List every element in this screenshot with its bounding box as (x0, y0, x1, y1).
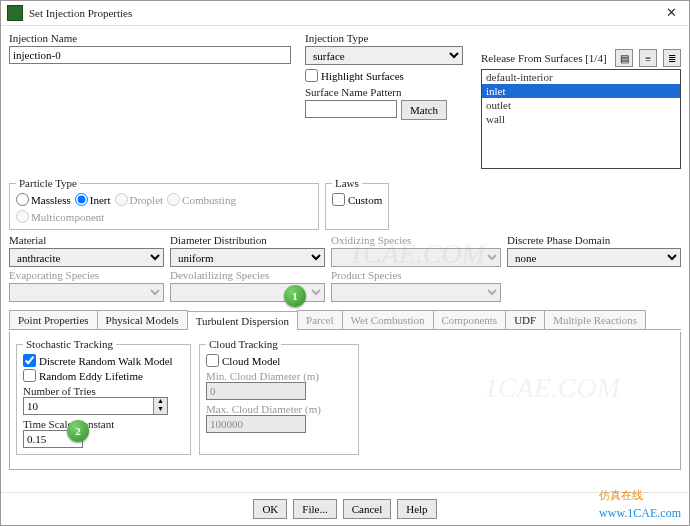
match-button[interactable]: Match (401, 100, 447, 120)
tab-body: Stochastic Tracking Discrete Random Walk… (9, 332, 681, 470)
tab-multiple-reactions: Multiple Reactions (544, 310, 646, 329)
dpd-select[interactable]: none (507, 248, 681, 267)
tries-label: Number of Tries (23, 385, 184, 397)
rel-checkbox[interactable] (23, 369, 36, 382)
drwm-checkbox[interactable] (23, 354, 36, 367)
cancel-button[interactable]: Cancel (343, 499, 392, 519)
cloud-model-check[interactable]: Cloud Model (206, 354, 352, 367)
custom-laws-check[interactable]: Custom (332, 193, 382, 206)
drwm-check[interactable]: Discrete Random Walk Model (23, 354, 184, 367)
list-item[interactable]: outlet (482, 98, 680, 112)
tab-udf[interactable]: UDF (505, 310, 545, 329)
radio-multicomponent: Multicomponent (16, 210, 104, 223)
radio-combusting: Combusting (167, 193, 236, 206)
oxid-label: Oxidizing Species (331, 234, 501, 246)
highlight-surfaces-check[interactable]: Highlight Surfaces (305, 69, 465, 82)
particle-type-legend: Particle Type (16, 177, 80, 189)
min-cloud-label: Min. Cloud Diameter (m) (206, 370, 352, 382)
radio-massless[interactable]: Massless (16, 193, 71, 206)
dialog: Set Injection Properties ✕ Injection Nam… (0, 0, 690, 526)
cloud-legend: Cloud Tracking (206, 338, 281, 350)
tabs: Point Properties Physical Models Turbule… (9, 310, 681, 330)
tab-components: Components (433, 310, 507, 329)
radio-droplet: Droplet (115, 193, 164, 206)
injection-type-select[interactable]: surface (305, 46, 463, 65)
particle-type-group: Particle Type Massless Inert Droplet Com… (9, 177, 319, 230)
diam-dist-label: Diameter Distribution (170, 234, 325, 246)
cloud-model-checkbox[interactable] (206, 354, 219, 367)
max-cloud-input (206, 415, 306, 433)
prod-label: Product Species (331, 269, 501, 281)
select-all-button[interactable]: ▤ (615, 49, 633, 67)
tab-point-properties[interactable]: Point Properties (9, 310, 98, 329)
dpd-label: Discrete Phase Domain (507, 234, 681, 246)
window-title: Set Injection Properties (29, 7, 659, 19)
help-button[interactable]: Help (397, 499, 436, 519)
cloud-tracking-group: Cloud Tracking Cloud Model Min. Cloud Di… (199, 338, 359, 455)
release-label: Release From Surfaces [1/4] (481, 52, 609, 64)
app-icon (7, 5, 23, 21)
toggle-button[interactable]: ≡ (639, 49, 657, 67)
injection-name-label: Injection Name (9, 32, 299, 44)
tab-parcel: Parcel (297, 310, 342, 329)
rel-check[interactable]: Random Eddy Lifetime (23, 369, 184, 382)
injection-name-input[interactable] (9, 46, 291, 64)
devol-select (170, 283, 325, 302)
ok-button[interactable]: OK (253, 499, 287, 519)
diam-dist-select[interactable]: uniform (170, 248, 325, 267)
file-button[interactable]: File... (293, 499, 336, 519)
surface-pattern-input[interactable] (305, 100, 397, 118)
tab-wet-combustion: Wet Combustion (342, 310, 434, 329)
devol-label: Devolatilizing Species (170, 269, 325, 281)
laws-group: Laws Custom (325, 177, 389, 230)
close-button[interactable]: ✕ (659, 5, 683, 21)
tsc-label: Time Scale Constant (23, 418, 184, 430)
highlight-surfaces-checkbox[interactable] (305, 69, 318, 82)
footer: OK File... Cancel Help 仿真在线 www.1CAE.com (1, 492, 689, 525)
oxid-select (331, 248, 501, 267)
tab-turbulent-dispersion[interactable]: Turbulent Dispersion (187, 311, 298, 330)
deselect-button[interactable]: ≣ (663, 49, 681, 67)
list-item[interactable]: inlet (482, 84, 680, 98)
tries-spinner[interactable]: ▲▼ (153, 398, 167, 414)
list-item[interactable]: default-interior (482, 70, 680, 84)
release-surfaces-list[interactable]: default-interior inlet outlet wall (481, 69, 681, 169)
prod-select (331, 283, 501, 302)
watermark: 仿真在线 www.1CAE.com (599, 485, 681, 521)
list-item[interactable]: wall (482, 112, 680, 126)
tsc-input[interactable] (23, 430, 83, 448)
tab-physical-models[interactable]: Physical Models (97, 310, 188, 329)
evap-label: Evaporating Species (9, 269, 164, 281)
laws-legend: Laws (332, 177, 362, 189)
max-cloud-label: Max. Cloud Diameter (m) (206, 403, 352, 415)
stoch-legend: Stochastic Tracking (23, 338, 116, 350)
surface-pattern-label: Surface Name Pattern (305, 86, 465, 98)
content-area: Injection Name Injection Type surface Hi… (1, 26, 689, 492)
radio-inert[interactable]: Inert (75, 193, 111, 206)
titlebar: Set Injection Properties ✕ (1, 1, 689, 26)
stochastic-tracking-group: Stochastic Tracking Discrete Random Walk… (16, 338, 191, 455)
custom-checkbox[interactable] (332, 193, 345, 206)
evap-select (9, 283, 164, 302)
material-select[interactable]: anthracite (9, 248, 164, 267)
tries-input[interactable] (23, 397, 168, 415)
injection-type-label: Injection Type (305, 32, 465, 44)
min-cloud-input (206, 382, 306, 400)
material-label: Material (9, 234, 164, 246)
